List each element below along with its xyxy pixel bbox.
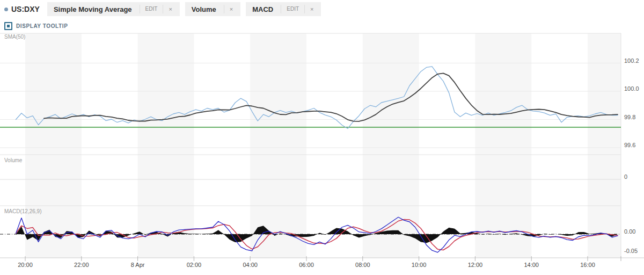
symbol-label: US:DXY [11, 5, 40, 13]
x-tick-label: 8 Apr [131, 262, 145, 268]
x-tick-label: 08:00 [355, 262, 370, 268]
y-axis-label: 0 [624, 173, 627, 180]
tab-volume-label: Volume [192, 5, 224, 13]
tab-macd[interactable]: MACD EDIT × [246, 2, 321, 16]
y-axis-label: 100.0 [624, 85, 639, 92]
symbol-legend: US:DXY [4, 5, 40, 13]
chart-canvas[interactable]: 20:0022:008 Apr02:0004:0006:0008:0010:00… [0, 0, 644, 275]
x-tick-label: 02:00 [187, 262, 202, 268]
chart-app: 20:0022:008 Apr02:0004:0006:0008:0010:00… [0, 0, 644, 275]
x-tick-label: 16:00 [580, 262, 595, 268]
x-tick-label: 04:00 [243, 262, 258, 268]
tab-macd-label: MACD [252, 5, 281, 13]
display-tooltip-checkbox[interactable] [4, 22, 12, 30]
x-tick-label: 06:00 [299, 262, 314, 268]
checkbox-checked-mark [7, 25, 10, 27]
tab-sma-edit-button[interactable]: EDIT [140, 5, 163, 13]
tab-volume-close-icon[interactable]: × [224, 5, 238, 13]
tab-volume[interactable]: Volume × [185, 2, 240, 16]
tab-sma-close-icon[interactable]: × [163, 5, 177, 13]
macd-panel-label: MACD(12,26,9) [4, 208, 41, 214]
sma-line [44, 73, 618, 121]
volume-panel-label: Volume [4, 157, 22, 163]
symbol-dot-icon [4, 8, 8, 11]
session-bands [25, 33, 621, 258]
x-tick-label: 22:00 [74, 262, 89, 268]
x-tick-label: 14:00 [524, 262, 539, 268]
tab-macd-close-icon[interactable]: × [304, 5, 319, 13]
y-axis-label: 99.8 [624, 114, 635, 120]
tab-macd-edit-button[interactable]: EDIT [281, 5, 304, 13]
x-tick-label: 12:00 [468, 262, 483, 268]
display-tooltip-toggle[interactable]: DISPLAY TOOLTIP [4, 22, 68, 30]
sma-indicator-label: SMA(50) [4, 34, 25, 40]
y-axis-label: 100.2 [624, 57, 639, 64]
gridlines [0, 33, 644, 258]
display-tooltip-label: DISPLAY TOOLTIP [16, 23, 68, 29]
tab-simple-moving-average[interactable]: Simple Moving Average EDIT × [47, 2, 180, 16]
y-axis-label: 99.6 [624, 142, 635, 148]
x-tick-label: 20:00 [18, 262, 33, 268]
y-axis-label: 0.00 [624, 228, 635, 235]
tab-sma-label: Simple Moving Average [54, 5, 140, 13]
y-axis-label: -0.05 [624, 248, 638, 254]
x-tick-label: 10:00 [412, 262, 427, 268]
indicator-header: US:DXY Simple Moving Average EDIT × Volu… [0, 0, 644, 18]
